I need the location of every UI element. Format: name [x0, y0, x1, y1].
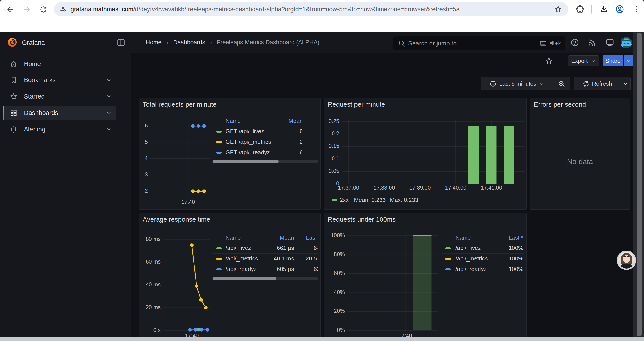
breadcrumb-separator: › — [166, 39, 168, 46]
chart: 0.250.20.150.10.05017:37:0017:38:0017:39… — [324, 98, 526, 210]
svg-text:80 ms: 80 ms — [146, 236, 161, 242]
time-controls: Last 5 minutes — [481, 77, 570, 90]
reload-icon[interactable] — [39, 5, 48, 14]
floating-avatar[interactable] — [617, 251, 636, 270]
bookmark-star-icon[interactable] — [554, 5, 562, 13]
grafana-logo[interactable] — [7, 37, 17, 47]
legend-max: Max: 0.233 — [390, 197, 418, 203]
legend-scrollbar[interactable] — [212, 160, 318, 163]
share-dropdown-button[interactable] — [624, 55, 634, 66]
legend-header-Mean[interactable]: Mean — [212, 234, 294, 241]
back-icon[interactable] — [6, 5, 14, 14]
active-indicator — [3, 106, 4, 120]
legend-mean: Mean: 0.233 — [354, 197, 386, 203]
legend-separator — [212, 125, 318, 125]
legend-scrollbar-thumb[interactable] — [213, 277, 276, 280]
legend-cell: 100% — [442, 255, 523, 262]
legend-separator — [212, 137, 318, 137]
time-range-picker[interactable]: Last 5 minutes — [481, 77, 553, 90]
svg-text:20%: 20% — [334, 308, 345, 314]
chevron-down-icon[interactable] — [106, 110, 112, 116]
address-bar[interactable]: grafana.mathmast.com/d/deytv4rwavabkb/fr… — [54, 2, 568, 16]
legend-header-Last *[interactable]: Last * — [442, 234, 523, 241]
breadcrumb-bar: Home › Dashboards › Freeleaps Metrics Da… — [131, 32, 634, 53]
page-scrollbar[interactable] — [634, 32, 644, 337]
sidebar-item-dashboards[interactable]: Dashboards — [3, 106, 116, 120]
breadcrumb-dashboards[interactable]: Dashboards — [173, 39, 205, 46]
svg-text:0.05: 0.05 — [328, 168, 339, 174]
profile-icon[interactable] — [615, 5, 624, 14]
chevron-down-icon[interactable] — [106, 93, 112, 100]
legend-series-name[interactable]: 2xx — [340, 197, 348, 203]
extensions-icon[interactable] — [576, 5, 584, 14]
download-icon[interactable] — [600, 5, 608, 14]
chevron-down-icon — [539, 81, 545, 87]
sidebar-item-label: Home — [24, 60, 41, 68]
monitor-icon[interactable] — [605, 38, 614, 47]
export-button[interactable]: Export — [568, 55, 599, 66]
dashboards-grid-icon — [10, 109, 18, 117]
legend-scrollbar[interactable] — [212, 277, 318, 280]
sidebar-item-home[interactable]: Home — [3, 57, 116, 71]
svg-text:5: 5 — [145, 139, 148, 145]
svg-text:100%: 100% — [331, 232, 345, 238]
svg-text:17:40: 17:40 — [181, 199, 195, 205]
breadcrumb-current: Freeleaps Metrics Dashboard (ALPHA) — [217, 39, 319, 46]
sidebar-item-bookmarks[interactable]: Bookmarks — [3, 73, 116, 87]
no-data-message: No data — [567, 157, 593, 166]
svg-text:0.1: 0.1 — [332, 155, 339, 162]
site-settings-icon[interactable] — [60, 6, 67, 13]
legend-separator — [212, 253, 318, 254]
refresh-button[interactable]: Refresh — [574, 77, 621, 90]
svg-text:17:41:00: 17:41:00 — [481, 185, 502, 191]
search-input[interactable]: Search or jump to... ⌘+k — [393, 36, 565, 51]
svg-text:17:40:00: 17:40:00 — [445, 185, 466, 191]
svg-text:17:38:00: 17:38:00 — [374, 185, 395, 191]
sidebar-item-starred[interactable]: Starred — [3, 89, 116, 104]
svg-text:6: 6 — [145, 122, 148, 129]
legend-cell: 646 — [212, 245, 318, 251]
share-button[interactable]: Share — [603, 55, 623, 66]
avatar-pixel-art — [620, 37, 632, 48]
svg-text:60 ms: 60 ms — [146, 258, 161, 265]
zoom-out-icon — [558, 80, 565, 88]
sidebar-item-alerting[interactable]: Alerting — [3, 122, 116, 137]
help-icon[interactable] — [570, 38, 579, 47]
legend-table: NameMeanGET /api/_livez6GET /api/_metric… — [212, 117, 318, 168]
legend-table: NameMeanLas/api/_livez661 µs646/api/_met… — [212, 234, 318, 285]
svg-text:2: 2 — [145, 188, 148, 194]
forward-icon[interactable] — [23, 5, 31, 14]
user-avatar[interactable] — [620, 37, 632, 48]
scrollbar-thumb[interactable] — [636, 33, 642, 336]
sidebar-item-label: Alerting — [24, 126, 45, 133]
panel-title: Errors per second — [534, 101, 586, 108]
legend-scrollbar-thumb[interactable] — [213, 160, 278, 163]
search-icon — [398, 40, 406, 47]
chevron-down-icon[interactable] — [106, 126, 112, 133]
panel-request-per-minute: Request per minute 0.250.20.150.10.05017… — [324, 98, 526, 210]
zoom-out-button[interactable] — [553, 77, 570, 90]
breadcrumb-home[interactable]: Home — [146, 39, 162, 46]
legend-separator — [442, 264, 524, 264]
news-rss-icon[interactable] — [588, 38, 596, 47]
search-shortcut: ⌘+k — [540, 40, 561, 47]
chevron-down-icon — [623, 81, 628, 87]
svg-text:20 ms: 20 ms — [146, 304, 161, 310]
legend-header-Las[interactable]: Las — [306, 234, 315, 241]
browser-window: grafana.mathmast.com/d/deytv4rwavabkb/fr… — [0, 0, 644, 339]
legend-separator — [212, 274, 318, 275]
legend[interactable]: 2xx Mean: 0.233 Max: 0.233 — [324, 196, 526, 205]
favorite-star-icon[interactable] — [545, 57, 553, 65]
menu-kebab-icon[interactable] — [632, 5, 641, 14]
breadcrumb-separator: › — [210, 39, 212, 46]
dock-toggle-icon[interactable] — [116, 38, 126, 47]
breadcrumb: Home › Dashboards › Freeleaps Metrics Da… — [146, 32, 319, 53]
clock-icon — [490, 80, 496, 87]
sidebar-item-label: Starred — [24, 93, 45, 100]
svg-text:0%: 0% — [337, 327, 345, 333]
chevron-down-icon[interactable] — [106, 77, 112, 83]
svg-text:40 ms: 40 ms — [146, 281, 161, 287]
legend-header-Mean[interactable]: Mean — [212, 118, 303, 124]
refresh-interval-dropdown[interactable] — [620, 77, 631, 90]
panel-errors-per-second: Errors per second No data — [530, 98, 630, 210]
